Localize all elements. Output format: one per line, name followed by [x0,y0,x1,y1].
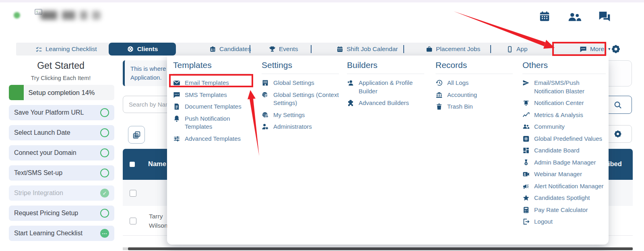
tab-placement-jobs[interactable]: Placement Jobs [426,43,480,56]
checklist-item-platform-url[interactable]: Save Your Platform URL [9,105,114,120]
menu-item-advanced-templates[interactable]: Advanced Templates [173,135,254,143]
checklist-item-label: Stripe Integration [14,189,63,197]
menu-item-pay-rate-calculator[interactable]: Pay Rate Calculator [522,206,609,214]
scrollbar-track [123,247,128,250]
tab-label: App [516,45,528,53]
menu-column-title: Templates [173,60,254,70]
menu-item-label: Advanced Templates [185,135,241,143]
tab-label: Candidates [219,45,251,53]
menu-item-my-settings[interactable]: My Settings [262,111,342,119]
sliders-icon [173,135,180,142]
gear-icon[interactable] [610,43,621,55]
menu-item-candidate-board[interactable]: Candidate Board [522,146,609,155]
menu-item-advanced-builders[interactable]: Advanced Builders [347,99,427,107]
menu-item-label: Admin Badge Manager [534,158,596,167]
menu-item-trash-bin[interactable]: Trash Bin [436,103,516,111]
menu-column-records: Records All Logs Accounting Trash Bin [436,60,516,115]
menu-item-label: Administrators [273,123,312,131]
email-icon [173,79,180,86]
menu-item-webinar-manager[interactable]: Webinar Manager [522,170,609,179]
menu-item-alert-notification-manager[interactable]: Alert Notification Manager [522,182,609,191]
tab-label: Shift Job Calendar [347,45,398,53]
menu-item-application-profile-builder[interactable]: Application & Profile Builder [347,79,427,95]
menu-item-community[interactable]: Community [522,123,609,131]
menu-item-label: Trash Bin [447,103,473,111]
menu-item-label: Accounting [447,91,477,99]
menu-item-notification-center[interactable]: Notification Center [522,99,609,107]
menu-column-title: Others [522,60,609,70]
tab-app[interactable]: App [506,43,528,56]
menu-item-label: SMS Templates [185,91,227,99]
briefcase-icon [426,46,433,53]
user-gear-icon [262,123,269,130]
menu-column-title: Builders [347,60,427,70]
menu-item-candidates-spotlight[interactable]: Candidates Spotlight [522,194,609,202]
menu-item-label: Global Settings (Context Settings) [273,91,342,107]
tab-clients-active[interactable]: Clients [109,43,176,56]
row-checkbox[interactable] [130,190,136,197]
menu-item-label: Metrics & Analysis [534,111,583,119]
checklist-item-label: Text/SMS Set-up [14,169,62,177]
menu-item-label: All Logs [447,79,469,87]
table-view-button[interactable] [128,126,145,144]
menu-item-label: Application & Profile Builder [359,79,427,95]
megaphone-icon [522,183,530,190]
menu-item-notification-blaster[interactable]: Email/SMS/Push Notification Blaster [522,79,609,95]
menu-item-all-logs[interactable]: All Logs [436,79,516,87]
tab-label: Learning Checklist [45,45,97,53]
top-strip [0,0,644,2]
menu-item-document-templates[interactable]: Document Templates [173,103,254,111]
menu-column-title: Settings [262,60,342,70]
user-plus-icon [347,79,354,86]
menu-item-metrics-analysis[interactable]: Metrics & Analysis [522,111,609,119]
puzzle-icon [347,99,354,107]
people-icon[interactable] [568,12,581,23]
globe-search-icon [262,91,269,99]
checklist-item-stripe[interactable]: Stripe Integration [9,185,114,201]
video-icon [522,171,530,178]
gear-icon [613,129,623,139]
menu-item-email-templates[interactable]: Email Templates [173,79,254,87]
menu-item-push-notification-templates[interactable]: Push Notification Templates [173,115,254,131]
menu-item-admin-badge-manager[interactable]: Admin Badge Manager [522,158,609,167]
tab-divider [403,45,404,53]
tab-label: Placement Jobs [436,45,480,53]
calendar-icon[interactable] [539,10,551,23]
menu-item-global-settings[interactable]: Global Settings [262,79,342,87]
menu-item-administrators[interactable]: Administrators [262,123,342,131]
logout-icon [522,218,530,225]
checklist-item-learning[interactable]: Start Learning Checklist [9,226,114,241]
checklist-item-launch-date[interactable]: Select Launch Date [9,125,114,140]
progress-label: Setup completion 14% [9,85,114,100]
send-icon [522,79,530,86]
main-tab-bar: Learning Checklist Clients Candidates Ev… [16,43,607,56]
chat-icon[interactable] [598,10,611,23]
menu-item-global-settings-context[interactable]: Global Settings (Context Settings) [262,91,342,107]
menu-item-global-predefined-values[interactable]: Global Predefined Values [522,135,609,143]
tab-events[interactable]: Events [269,43,298,56]
column-header-name: Name [148,160,166,168]
tab-learning-checklist[interactable]: Learning Checklist [35,43,97,56]
menu-item-sms-templates[interactable]: SMS Templates [173,91,254,99]
phone-icon [506,46,513,53]
grid-icon [522,147,530,154]
checklist-item-label: Start Learning Checklist [14,230,83,237]
tab-candidates[interactable]: Candidates [209,43,251,56]
tab-divider [311,45,312,53]
history-icon [436,79,443,86]
checklist-item-connect-domain[interactable]: Connect your Domain [9,145,114,160]
annotation-arrow-more [454,11,545,46]
row-checkbox[interactable] [130,218,136,224]
helm-icon [127,45,134,53]
menu-item-accounting[interactable]: Accounting [436,91,516,99]
globe-user-icon [262,111,269,119]
horizontal-scrollbar[interactable] [128,247,633,250]
people-icon [522,123,530,130]
menu-item-logout[interactable]: Logout [522,218,609,226]
tab-shift-job-calendar[interactable]: Shift Job Calendar [336,43,398,56]
checklist-item-sms-setup[interactable]: Text/SMS Set-up [9,165,114,181]
chat-dots-icon [580,45,587,53]
menu-item-label: Notification Center [534,99,584,107]
select-all-checkbox[interactable] [130,162,135,167]
checklist-item-pricing[interactable]: Request Pricing Setup [9,206,114,221]
